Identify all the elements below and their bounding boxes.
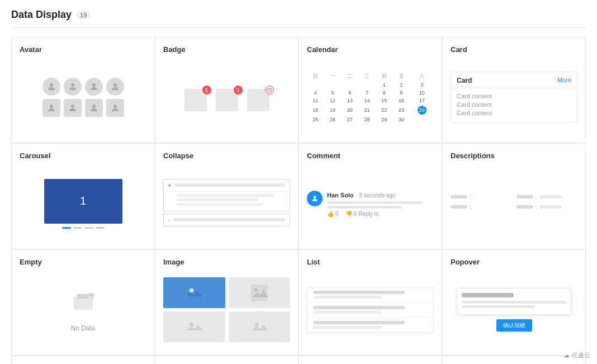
image-thumb-1 (163, 277, 225, 308)
carousel-demo: 1 (44, 179, 122, 229)
empty-text: No Data (70, 324, 95, 332)
svg-point-15 (189, 288, 194, 292)
image-label: Image (163, 258, 290, 266)
component-grid: Avatar (11, 37, 586, 364)
cal-day: 18 (307, 105, 324, 116)
svg-point-7 (113, 105, 117, 108)
desc-pair-item-2: : (517, 193, 562, 200)
card-content-line-3: Card content (457, 110, 571, 116)
cal-day: 12 (324, 97, 342, 105)
empty-content: No Data (20, 272, 146, 348)
collapse-line (176, 198, 258, 201)
watermark-text: 亿速云 (572, 351, 590, 360)
svg-point-21 (255, 322, 259, 327)
card-demo-title: Card (457, 77, 472, 84)
cal-day (358, 81, 376, 89)
cal-day: 29 (376, 116, 393, 124)
image-thumb-2 (229, 277, 291, 308)
image-thumb-4 (229, 311, 291, 342)
cal-th-tue: 二 (341, 72, 358, 81)
svg-point-1 (71, 83, 74, 87)
image-thumb-3 (163, 311, 225, 342)
cal-th-sun: 日 (307, 72, 324, 81)
descriptions-content: : : (451, 166, 577, 242)
list-line-main (313, 291, 405, 294)
empty-label: Empty (20, 258, 146, 266)
popover-content-bar-1 (462, 301, 566, 304)
card-more-link[interactable]: More (557, 77, 571, 84)
desc-value-sm (539, 205, 562, 209)
comment-like[interactable]: 👍 0 (327, 211, 339, 217)
avatar-circle-1 (42, 78, 60, 96)
badge-clock-icon (265, 86, 274, 94)
collapse-line (176, 194, 274, 197)
cal-day: 14 (358, 97, 376, 105)
collapse-line (176, 203, 263, 206)
desc-value-sm (539, 195, 562, 198)
empty-icon (69, 288, 97, 321)
cal-day: 21 (358, 105, 376, 116)
cal-day (307, 81, 324, 89)
svg-rect-14 (186, 285, 202, 301)
page-badge: 19 (76, 11, 91, 19)
list-content (307, 272, 434, 348)
comment-cell: Comment Han Solo 3 seconds ago (298, 143, 442, 249)
avatar-circle-4 (106, 78, 124, 96)
carousel-dots (44, 227, 122, 229)
cal-day: 7 (358, 89, 376, 97)
badge-item-2: 0 (216, 89, 238, 111)
desc-label (517, 205, 533, 209)
desc-label (451, 195, 467, 198)
desc-pair-item-4: : (517, 204, 562, 210)
cal-day: 17 (410, 97, 434, 105)
cal-day: 5 (324, 89, 342, 97)
svg-point-2 (92, 83, 96, 87)
cal-day: 8 (376, 89, 393, 97)
comment-dislike[interactable]: 👎 0 Reply to (345, 211, 379, 217)
cal-day: 28 (358, 116, 376, 124)
cal-day: 30 (393, 116, 410, 124)
badge-dot-2: 0 (234, 86, 243, 94)
list-item (307, 318, 433, 332)
page-wrapper: Data Display 19 Avatar (0, 0, 597, 364)
popover-demo: 确认知晓 (451, 288, 577, 332)
cal-th-thu: 四 (376, 72, 393, 81)
collapse-header-1[interactable]: ▾ (164, 179, 290, 191)
comment-demo: Han Solo 3 seconds ago 👍 0 (307, 191, 434, 217)
comment-author: Han Solo (327, 192, 354, 198)
collapse-header-2[interactable]: › (164, 214, 290, 226)
popover-confirm-button[interactable]: 确认知晓 (496, 319, 532, 332)
card-demo-body: Card content Card content Card content (451, 88, 577, 122)
like-count: 0 (335, 211, 339, 217)
calendar-mini: 日 一 二 三 四 五 六 (307, 72, 434, 124)
carousel-dot-3[interactable] (84, 227, 93, 229)
calendar-label: Calendar (307, 45, 434, 54)
carousel-label: Carousel (20, 152, 146, 160)
avatar-cell: Avatar (11, 37, 155, 143)
cal-day: 26 (324, 116, 342, 124)
cal-day (324, 81, 342, 89)
collapse-bar-2 (173, 218, 285, 221)
table-cell: Table (155, 356, 298, 364)
cal-day: 15 (376, 97, 393, 105)
comment-actions: 👍 0 👎 0 Reply to (327, 211, 434, 217)
carousel-dot-2[interactable] (73, 227, 82, 229)
desc-colon: : (470, 193, 471, 200)
badge-dot-1: 6 (202, 86, 211, 94)
carousel-slide: 1 (44, 179, 122, 224)
avatar-content (20, 59, 146, 135)
card-label: Card (451, 45, 577, 54)
carousel-dot-1[interactable] (62, 227, 71, 229)
carousel-cell: Carousel 1 (11, 143, 155, 249)
comment-text-bar (327, 206, 402, 209)
watermark-icon: ☁ (563, 352, 570, 359)
collapse-item-2: › (163, 214, 290, 226)
badge-container: 6 0 (184, 83, 269, 111)
cal-day: 27 (341, 116, 358, 124)
comment-time: 3 seconds ago (359, 192, 395, 198)
comment-row: Han Solo 3 seconds ago 👍 0 (307, 191, 434, 217)
carousel-dot-4[interactable] (96, 227, 105, 229)
comment-text-bar (327, 201, 423, 204)
image-cell: Image (155, 249, 298, 356)
comment-header: Han Solo 3 seconds ago (327, 191, 434, 199)
